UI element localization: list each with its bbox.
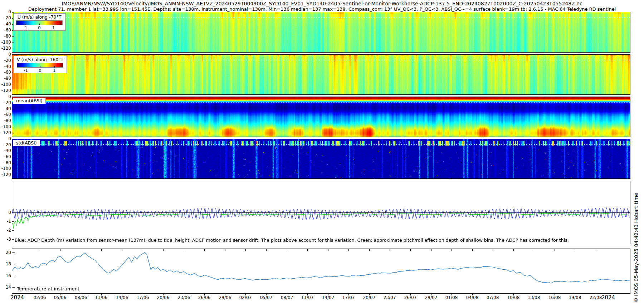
u-velocity-heatmap — [12, 12, 630, 52]
panel-std-absi: std(ABSI) — [12, 139, 630, 179]
mean-absi-heatmap — [12, 97, 630, 137]
figure-title: IMOS/ANMN/NSW/SYD140/Velocity/IMOS_ANMN-… — [0, 1, 644, 6]
year-label-right: 2024 — [598, 294, 618, 301]
x-tick-label: 07/08 — [483, 295, 503, 300]
colorbar-tick-label: 1 — [53, 68, 55, 73]
x-tick-label: 02/07 — [235, 295, 255, 300]
panel-depth-variation: Blue: ADCP Depth (m) variation from sens… — [12, 181, 630, 244]
x-tick-label: 08/06 — [71, 295, 91, 300]
v-legend-title: V (m/s) along -160°T — [16, 57, 64, 63]
x-tick-mark — [431, 294, 431, 295]
x-tick-label: 17/06 — [133, 295, 153, 300]
depth-tick-label: -80 — [0, 118, 11, 123]
x-tick-label: 13/08 — [524, 295, 544, 300]
x-tick-mark — [472, 294, 473, 295]
x-tick-label: 04/08 — [462, 295, 482, 300]
x-tick-label: 23/06 — [174, 295, 194, 300]
temperature-tick-label: 18 — [0, 261, 11, 266]
x-tick-mark — [452, 294, 452, 295]
x-tick-mark — [225, 294, 225, 295]
x-tick-mark — [575, 294, 575, 295]
temperature-tick-label: 16 — [0, 273, 11, 278]
depth-tick-label: -60 — [0, 154, 11, 159]
x-tick-mark — [328, 294, 328, 295]
depth-tick-label: -100 — [0, 40, 11, 45]
panel-u-velocity: U (m/s) along -70°T -1 0 1 — [12, 12, 630, 53]
x-tick-label: 20/06 — [153, 295, 173, 300]
depth-tick-label: -40 — [0, 21, 11, 26]
u-colorbar-labels: -1 0 1 — [16, 25, 62, 30]
imos-watermark: © IMOS 05-May-2025 04:42:43 Hobart time — [633, 193, 639, 303]
x-tick-label: 26/07 — [400, 295, 420, 300]
x-tick-label: 16/08 — [545, 295, 565, 300]
x-tick-label: 10/08 — [503, 295, 523, 300]
depth-tick-label: -100 — [0, 124, 11, 129]
v-colorbar — [17, 63, 63, 68]
depth-tick-label: -20 — [0, 100, 11, 105]
x-tick-mark — [348, 294, 349, 295]
panel-temperature: Temperature at instrument — [12, 249, 630, 294]
x-tick-label: 17/07 — [338, 295, 358, 300]
depth-tick-label: -40 — [0, 64, 11, 69]
x-tick-label: 29/07 — [421, 295, 441, 300]
v-velocity-heatmap — [12, 55, 630, 94]
v-colorbar-labels: -1 0 1 — [17, 68, 63, 73]
temperature-tick-label: 14 — [0, 285, 11, 290]
u-legend-title: U (m/s) along -70°T — [16, 14, 63, 20]
depth-tick-label: -20 — [0, 58, 11, 63]
x-tick-label: 11/06 — [91, 295, 111, 300]
depth-tick-label: -20 — [0, 15, 11, 20]
x-tick-mark — [596, 294, 596, 295]
x-tick-mark — [163, 294, 164, 295]
x-tick-label: 19/08 — [565, 295, 585, 300]
depth-tick-label: 0 — [0, 52, 11, 57]
temperature-plot — [12, 249, 630, 293]
temperature-tick-label: 20 — [0, 250, 11, 255]
colorbar-tick-label: -1 — [24, 68, 28, 73]
depth-tick-label: -120 — [0, 88, 11, 93]
depth-tick-label: 0 — [0, 94, 11, 99]
depth-tick-label: -80 — [0, 34, 11, 39]
depth-variation-tick-label: 0 — [0, 210, 11, 215]
depth-tick-label: -120 — [0, 130, 11, 135]
depth-tick-label: -120 — [0, 172, 11, 177]
x-tick-mark — [122, 294, 122, 295]
depth-tick-label: -60 — [0, 70, 11, 75]
x-tick-mark — [534, 294, 534, 295]
colorbar-tick-label: 0 — [38, 25, 40, 30]
colorbar-tick-label: -1 — [23, 25, 27, 30]
colorbar-tick-label: 1 — [52, 25, 55, 30]
depth-tick-label: -120 — [0, 46, 11, 51]
x-tick-label: 11/07 — [297, 295, 317, 300]
u-colorbar-legend: U (m/s) along -70°T -1 0 1 — [13, 13, 65, 31]
depth-variation-tick-label: -3 — [0, 237, 11, 242]
x-tick-label: 14/06 — [112, 295, 132, 300]
depth-tick-label: -40 — [0, 148, 11, 153]
std-absi-heatmap — [12, 139, 630, 178]
depth-tick-label: -100 — [0, 82, 11, 87]
depth-variation-plot — [12, 181, 630, 244]
x-tick-mark — [143, 294, 143, 295]
depth-variation-note: Blue: ADCP Depth (m) variation from sens… — [15, 237, 569, 243]
x-tick-label: 20/07 — [359, 295, 379, 300]
u-colorbar — [16, 20, 63, 25]
panel-mean-absi: mean(ABSI) — [12, 97, 630, 137]
x-tick-mark — [555, 294, 555, 295]
x-tick-mark — [101, 294, 102, 295]
x-tick-mark — [184, 294, 184, 295]
adcp-summary-figure: IMOS/ANMN/NSW/SYD140/Velocity/IMOS_ANMN-… — [0, 0, 644, 304]
figure-subtitle: Deployment 71, member 1 lat=33.99S lon=1… — [0, 6, 644, 12]
depth-tick-label: 0 — [0, 136, 11, 141]
colorbar-tick-label: 0 — [39, 68, 41, 73]
x-tick-mark — [307, 294, 308, 295]
x-tick-mark — [81, 294, 81, 295]
temperature-label: Temperature at instrument — [17, 286, 79, 291]
std-absi-label: std(ABSI) — [13, 140, 40, 146]
x-tick-mark — [513, 294, 514, 295]
x-tick-mark — [245, 294, 246, 295]
x-tick-label: 05/06 — [50, 295, 70, 300]
x-tick-label: 02/06 — [30, 295, 50, 300]
x-tick-mark — [493, 294, 493, 295]
depth-tick-label: 0 — [0, 9, 11, 14]
depth-tick-label: -80 — [0, 160, 11, 165]
